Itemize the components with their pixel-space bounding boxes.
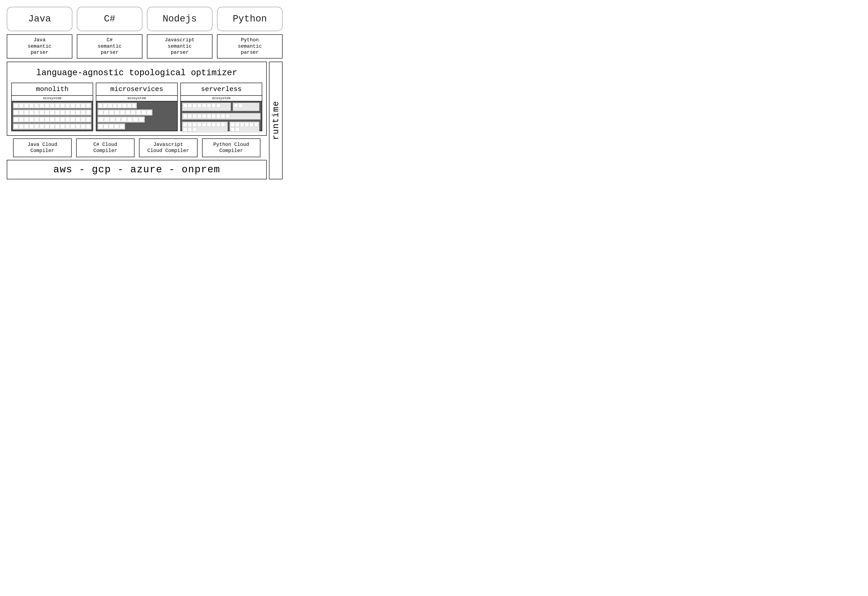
parser-javascript: Javascriptsemanticparser: [147, 34, 213, 59]
parser-python: Pythonsemanticparser: [217, 34, 282, 59]
architecture-title: monolith: [12, 83, 93, 96]
ecosystem-graphic-microservices: [96, 102, 177, 131]
optimizer-block: language-agnostic topological optimizer …: [7, 62, 267, 136]
compilers-row: Java CloudCompiler C# CloudCompiler Java…: [7, 139, 267, 157]
ecosystem-graphic-monolith: [12, 102, 93, 131]
language-nodejs: Nodejs: [147, 7, 213, 31]
compiler-java: Java CloudCompiler: [13, 139, 72, 157]
language-java: Java: [7, 7, 72, 31]
architecture-title: microservices: [96, 83, 177, 96]
ecosystem-label: ecosystem: [96, 96, 177, 102]
optimizer-title: language-agnostic topological optimizer: [11, 68, 262, 78]
compiler-javascript: JavascriptCloud Compiler: [139, 139, 198, 157]
ecosystem-graphic-serverless: [181, 102, 262, 131]
ecosystem-label: ecosystem: [12, 96, 93, 102]
cloud-targets-bar: aws - gcp - azure - onprem: [7, 160, 267, 179]
runtime-sidebar: runtime: [269, 62, 282, 179]
compiler-csharp: C# CloudCompiler: [76, 139, 135, 157]
architectures-row: monolith ecosystem microservices ecosyst…: [11, 83, 262, 131]
languages-row: Java C# Nodejs Python: [7, 7, 282, 31]
architecture-title: serverless: [181, 83, 262, 96]
architecture-serverless: serverless ecosystem: [180, 83, 262, 131]
ecosystem-label: ecosystem: [181, 96, 262, 102]
language-python: Python: [217, 7, 282, 31]
architecture-microservices: microservices ecosystem: [96, 83, 177, 131]
runtime-label: runtime: [271, 101, 281, 140]
compiler-python: Python CloudCompiler: [202, 139, 261, 157]
parser-java: Javasemanticparser: [7, 34, 72, 59]
architecture-monolith: monolith ecosystem: [11, 83, 93, 131]
parser-csharp: C#semanticparser: [77, 34, 142, 59]
main-area: language-agnostic topological optimizer …: [7, 62, 282, 179]
main-column: language-agnostic topological optimizer …: [7, 62, 267, 179]
language-csharp: C#: [77, 7, 142, 31]
parsers-row: Javasemanticparser C#semanticparser Java…: [7, 34, 282, 59]
